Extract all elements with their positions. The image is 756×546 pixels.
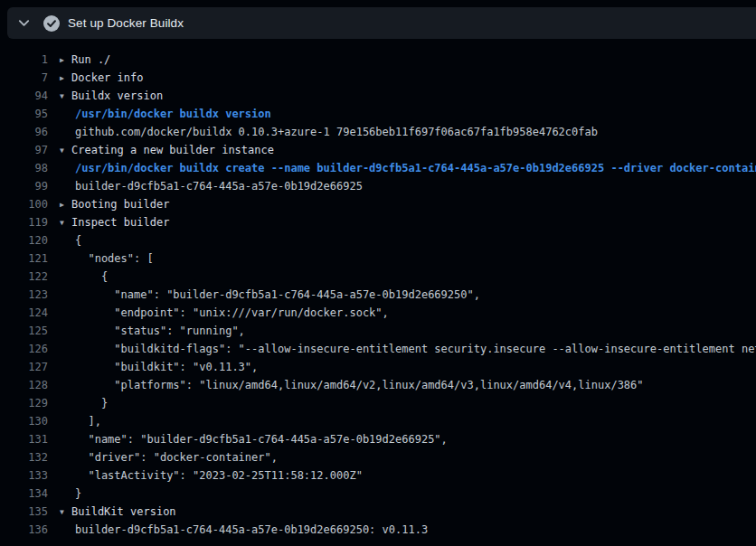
line-number[interactable]: 135	[0, 503, 48, 521]
log-line-99: 99 builder-d9cfb5a1-c764-445a-a57e-0b19d…	[0, 177, 756, 195]
line-number[interactable]: 120	[0, 231, 48, 249]
log-line-123: 123 "name": "builder-d9cfb5a1-c764-445a-…	[0, 286, 756, 304]
log-text: /usr/bin/docker buildx create --name bui…	[75, 162, 756, 174]
log-line-94[interactable]: 94 ▼Buildx version	[0, 87, 756, 105]
log-line-136: 136 builder-d9cfb5a1-c764-445a-a57e-0b19…	[0, 521, 756, 539]
log-text: "name": "builder-d9cfb5a1-c764-445a-a57e…	[75, 288, 480, 301]
check-circle-icon	[43, 15, 60, 32]
collapse-step-button[interactable]	[12, 12, 35, 35]
log-line-120: 120 {	[0, 231, 756, 249]
line-number[interactable]: 96	[0, 123, 48, 141]
line-number[interactable]: 127	[0, 358, 48, 376]
step-title: Set up Docker Buildx	[68, 16, 184, 30]
log-text: "name": "builder-d9cfb5a1-c764-445a-a57e…	[75, 433, 448, 446]
log-text: builder-d9cfb5a1-c764-445a-a57e-0b19d2e6…	[75, 180, 363, 193]
log-line-98: 98 /usr/bin/docker buildx create --name …	[0, 159, 756, 177]
log-text: "platforms": "linux/amd64,linux/amd64/v2…	[75, 379, 644, 391]
log-line-119[interactable]: 119 ▼Inspect builder	[0, 213, 756, 231]
log-line-126: 126 "buildkitd-flags": "--allow-insecure…	[0, 340, 756, 358]
group-collapsed-icon: ▶	[60, 70, 71, 87]
log-lines: 1 ▶Run ./ 7 ▶Docker info 94 ▼Buildx vers…	[0, 39, 756, 539]
log-line-95: 95 /usr/bin/docker buildx version	[0, 105, 756, 123]
line-number[interactable]: 98	[0, 159, 48, 177]
line-number[interactable]: 100	[0, 195, 48, 213]
log-line-134: 134 }	[0, 485, 756, 503]
line-number[interactable]: 124	[0, 304, 48, 322]
line-number[interactable]: 95	[0, 105, 48, 123]
group-collapsed-icon: ▶	[60, 196, 71, 213]
log-line-96: 96 github.com/docker/buildx 0.10.3+azure…	[0, 123, 756, 141]
log-text: "nodes": [	[75, 252, 154, 265]
line-number[interactable]: 134	[0, 485, 48, 503]
log-line-125: 125 "status": "running",	[0, 322, 756, 340]
line-number[interactable]: 1	[0, 51, 48, 69]
line-number[interactable]: 97	[0, 141, 48, 159]
line-number[interactable]: 122	[0, 268, 48, 286]
log-line-124: 124 "endpoint": "unix:///var/run/docker.…	[0, 304, 756, 322]
log-text: Run ./	[71, 53, 110, 66]
line-number[interactable]: 131	[0, 430, 48, 448]
group-expanded-icon: ▼	[60, 142, 71, 159]
chevron-down-icon	[17, 16, 31, 30]
log-text: Buildx version	[71, 89, 163, 102]
log-line-131: 131 "name": "builder-d9cfb5a1-c764-445a-…	[0, 430, 756, 448]
line-number[interactable]: 133	[0, 466, 48, 485]
log-text: "driver": "docker-container",	[75, 451, 278, 464]
log-text: Inspect builder	[71, 216, 169, 229]
log-text: "status": "running",	[75, 325, 245, 337]
group-expanded-icon: ▼	[60, 504, 71, 521]
log-text: {	[75, 270, 108, 283]
log-text: }	[75, 487, 81, 500]
log-text: Creating a new builder instance	[71, 144, 274, 156]
log-line-129: 129 }	[0, 394, 756, 412]
log-line-130: 130 ],	[0, 412, 756, 430]
log-line-97[interactable]: 97 ▼Creating a new builder instance	[0, 141, 756, 159]
log-text: "buildkit": "v0.11.3",	[75, 361, 258, 373]
line-number[interactable]: 99	[0, 177, 48, 195]
line-number[interactable]: 94	[0, 87, 48, 105]
log-line-128: 128 "platforms": "linux/amd64,linux/amd6…	[0, 376, 756, 394]
log-text: BuildKit version	[71, 505, 176, 518]
group-collapsed-icon: ▶	[60, 52, 71, 69]
log-line-132: 132 "driver": "docker-container",	[0, 448, 756, 466]
line-number[interactable]: 128	[0, 376, 48, 394]
group-expanded-icon: ▼	[60, 88, 71, 105]
line-number[interactable]: 129	[0, 394, 48, 412]
log-line-7[interactable]: 7 ▶Docker info	[0, 69, 756, 87]
log-line-133: 133 "lastActivity": "2023-02-25T11:58:12…	[0, 466, 756, 485]
log-line-1[interactable]: 1 ▶Run ./	[0, 51, 756, 69]
line-number[interactable]: 121	[0, 249, 48, 268]
line-number[interactable]: 119	[0, 213, 48, 231]
log-text: {	[75, 234, 81, 247]
log-line-100[interactable]: 100 ▶Booting builder	[0, 195, 756, 213]
line-number[interactable]: 123	[0, 286, 48, 304]
step-header[interactable]: Set up Docker Buildx	[7, 7, 756, 39]
log-text: "endpoint": "unix:///var/run/docker.sock…	[75, 306, 389, 319]
log-text: Docker info	[71, 71, 143, 84]
log-line-122: 122 {	[0, 268, 756, 286]
log-text: github.com/docker/buildx 0.10.3+azure-1 …	[75, 126, 598, 138]
log-text: ],	[75, 415, 101, 428]
line-number[interactable]: 126	[0, 340, 48, 358]
log-text: Booting builder	[71, 198, 169, 211]
line-number[interactable]: 125	[0, 322, 48, 340]
log-text: "lastActivity": "2023-02-25T11:58:12.000…	[75, 469, 363, 482]
log-line-135[interactable]: 135 ▼BuildKit version	[0, 503, 756, 521]
log-line-121: 121 "nodes": [	[0, 249, 756, 268]
line-number[interactable]: 130	[0, 412, 48, 430]
line-number[interactable]: 132	[0, 448, 48, 466]
group-expanded-icon: ▼	[60, 214, 71, 231]
log-line-127: 127 "buildkit": "v0.11.3",	[0, 358, 756, 376]
line-number[interactable]: 136	[0, 521, 48, 539]
log-text: builder-d9cfb5a1-c764-445a-a57e-0b19d2e6…	[75, 523, 428, 536]
line-number[interactable]: 7	[0, 69, 48, 87]
log-text: }	[75, 397, 108, 410]
log-text: "buildkitd-flags": "--allow-insecure-ent…	[75, 343, 756, 355]
log-text: /usr/bin/docker buildx version	[75, 108, 271, 120]
